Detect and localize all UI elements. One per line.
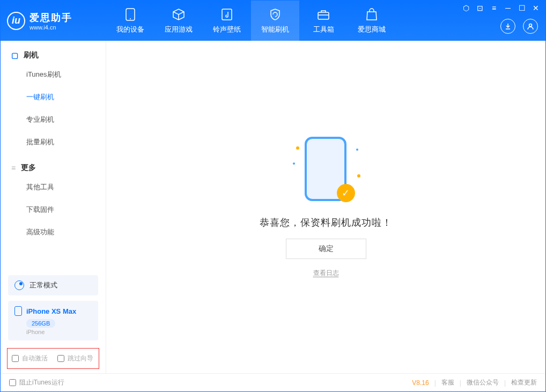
tab-label: 智能刷机 <box>261 25 289 34</box>
status-bar: 阻止iTunes运行 V8.16 | 客服 | 微信公众号 | 检查更新 <box>1 373 545 391</box>
checkbox-label: 自动激活 <box>22 354 48 363</box>
svg-rect-2 <box>222 9 232 20</box>
tab-label: 我的设备 <box>116 25 144 34</box>
app-url: www.i4.cn <box>29 24 72 31</box>
separator: | <box>504 379 506 387</box>
version-label: V8.16 <box>412 379 429 387</box>
user-button[interactable] <box>523 19 538 34</box>
sidebar-item-oneclick-flash[interactable]: 一键刷机 <box>1 86 106 108</box>
download-button[interactable] <box>500 19 515 34</box>
app-name: 爱思助手 <box>29 11 72 24</box>
phone-icon <box>123 8 137 21</box>
sidebar-item-download-firmware[interactable]: 下载固件 <box>1 198 106 221</box>
section-label: 更多 <box>21 163 36 173</box>
window-controls: ⬡ ⊡ ≡ ─ ☐ ✕ <box>462 4 540 12</box>
tab-label: 爱思商城 <box>358 25 386 34</box>
success-illustration: ✓ <box>294 137 358 206</box>
mode-icon <box>14 280 24 290</box>
maximize-button[interactable]: ☐ <box>518 4 526 12</box>
sparkle-icon <box>356 149 358 151</box>
sparkle-icon <box>296 146 299 150</box>
checkbox-block-itunes[interactable] <box>9 379 16 386</box>
options-row: 自动激活 跳过向导 <box>7 348 99 369</box>
tab-label: 应用游戏 <box>165 25 193 34</box>
tab-apps-games[interactable]: 应用游戏 <box>154 1 203 41</box>
sidebar-item-itunes-flash[interactable]: iTunes刷机 <box>1 63 106 86</box>
tshirt-icon[interactable]: ⬡ <box>462 4 470 12</box>
minimize-button[interactable]: ─ <box>504 4 512 12</box>
cube-icon <box>172 8 186 21</box>
user-controls <box>500 19 538 34</box>
ok-button[interactable]: 确定 <box>286 239 366 259</box>
sidebar-item-other-tools[interactable]: 其他工具 <box>1 176 106 198</box>
checkbox-auto-activate[interactable]: 自动激活 <box>12 354 48 363</box>
customer-service-link[interactable]: 客服 <box>441 378 454 387</box>
tab-label: 铃声壁纸 <box>213 25 241 34</box>
sidebar-item-batch-flash[interactable]: 批量刷机 <box>1 131 106 153</box>
phone-small-icon <box>14 306 22 316</box>
sidebar-section-flash: ▢ 刷机 <box>1 41 106 63</box>
svg-point-1 <box>130 18 131 19</box>
mode-box[interactable]: 正常模式 <box>8 275 98 295</box>
tab-my-device[interactable]: 我的设备 <box>106 1 154 41</box>
sidebar-section-more: ≡ 更多 <box>1 153 106 176</box>
logo-text: 爱思助手 www.i4.cn <box>29 11 72 31</box>
logo-area: iu 爱思助手 www.i4.cn <box>7 11 106 31</box>
sidebar: ▢ 刷机 iTunes刷机 一键刷机 专业刷机 批量刷机 ≡ 更多 其他工具 下… <box>1 41 106 373</box>
checkbox-input[interactable] <box>57 355 64 362</box>
app-window: iu 爱思助手 www.i4.cn 我的设备 应用游戏 铃声壁纸 智能刷机 <box>0 0 546 392</box>
tab-store[interactable]: 爱思商城 <box>348 1 396 41</box>
shield-refresh-icon <box>268 8 282 21</box>
tab-toolbox[interactable]: 工具箱 <box>299 1 348 41</box>
svg-point-4 <box>529 24 532 27</box>
tab-label: 工具箱 <box>313 25 334 34</box>
body-area: ▢ 刷机 iTunes刷机 一键刷机 专业刷机 批量刷机 ≡ 更多 其他工具 下… <box>1 41 545 373</box>
device-icon: ▢ <box>11 51 18 60</box>
sidebar-item-advanced[interactable]: 高级功能 <box>1 221 106 243</box>
logo-icon: iu <box>7 12 25 30</box>
separator: | <box>460 379 461 387</box>
device-name: iPhone XS Max <box>26 307 76 315</box>
checkbox-skip-guide[interactable]: 跳过向导 <box>57 354 93 363</box>
section-label: 刷机 <box>24 50 39 60</box>
check-badge-icon: ✓ <box>337 184 355 202</box>
checkbox-input[interactable] <box>12 355 19 362</box>
success-message: 恭喜您，保资料刷机成功啦！ <box>260 216 392 229</box>
music-icon <box>220 8 234 21</box>
checkbox-label: 跳过向导 <box>68 354 93 363</box>
device-type: iPhone <box>26 329 92 335</box>
tab-smart-flash[interactable]: 智能刷机 <box>251 1 299 41</box>
sparkle-icon <box>357 174 360 177</box>
sparkle-icon <box>293 162 295 165</box>
device-box[interactable]: iPhone XS Max 256GB iPhone <box>8 301 98 341</box>
mode-label: 正常模式 <box>29 280 57 290</box>
nav-tabs: 我的设备 应用游戏 铃声壁纸 智能刷机 工具箱 爱思商城 <box>106 1 396 41</box>
bag-icon <box>365 8 379 21</box>
menu-icon[interactable]: ≡ <box>490 4 498 12</box>
wechat-link[interactable]: 微信公众号 <box>467 378 499 387</box>
sidebar-item-pro-flash[interactable]: 专业刷机 <box>1 108 106 131</box>
title-bar: iu 爱思助手 www.i4.cn 我的设备 应用游戏 铃声壁纸 智能刷机 <box>1 1 545 41</box>
close-button[interactable]: ✕ <box>532 4 540 12</box>
view-log-link[interactable]: 查看日志 <box>313 269 339 278</box>
toolbox-icon <box>316 8 330 21</box>
main-content: ✓ 恭喜您，保资料刷机成功啦！ 确定 查看日志 <box>106 41 545 373</box>
list-icon: ≡ <box>11 164 16 172</box>
lock-icon[interactable]: ⊡ <box>476 4 484 12</box>
svg-rect-3 <box>318 12 329 19</box>
separator: | <box>434 379 436 387</box>
check-update-link[interactable]: 检查更新 <box>511 378 537 387</box>
storage-badge: 256GB <box>26 319 55 328</box>
tab-ringtones-wallpapers[interactable]: 铃声壁纸 <box>203 1 251 41</box>
block-itunes-label: 阻止iTunes运行 <box>19 378 64 387</box>
